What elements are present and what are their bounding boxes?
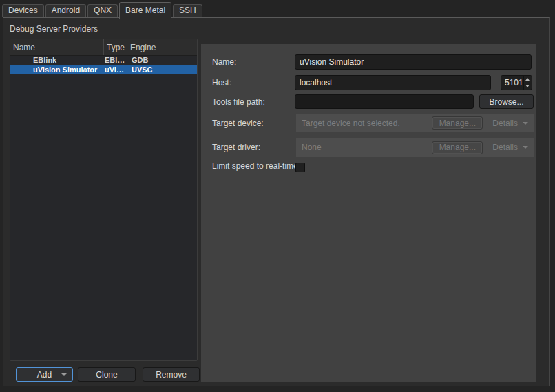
device-tabbar: Devices Android QNX Bare Metal SSH — [2, 1, 204, 18]
tab-devices[interactable]: Devices — [2, 4, 44, 17]
target-driver-label: Target driver: — [212, 143, 260, 152]
target-driver-value: None — [302, 143, 432, 152]
column-header-engine[interactable]: Engine — [127, 39, 197, 55]
name-label: Name: — [212, 57, 236, 67]
tools-file-path-label: Tools file path: — [212, 97, 265, 107]
provider-actions: Add Clone Remove — [16, 367, 200, 382]
tab-qnx[interactable]: QNX — [87, 4, 118, 17]
limit-speed-label: Limit speed to real-time: — [212, 161, 300, 171]
port-spinner[interactable]: 5101 — [501, 75, 532, 90]
cell-name: EBlink — [10, 56, 105, 65]
column-header-type[interactable]: Type — [104, 39, 127, 55]
tab-label: SSH — [179, 6, 196, 15]
manage-driver-button[interactable]: Manage... — [432, 141, 483, 154]
cell-engine: UVSC — [129, 65, 197, 75]
add-button[interactable]: Add — [16, 367, 73, 382]
table-row-eblink[interactable]: EBlink EBl… GDB — [10, 56, 197, 65]
tab-label: Bare Metal — [125, 6, 165, 15]
clone-button[interactable]: Clone — [78, 367, 136, 382]
details-label: Details — [492, 118, 518, 128]
target-device-value: Target device not selected. — [302, 118, 432, 128]
spin-down-button[interactable] — [524, 83, 532, 90]
providers-table: Name Type Engine EBlink EBl… GDB uVision… — [10, 39, 198, 361]
target-driver-group: None Manage... Details — [296, 138, 534, 157]
spin-up-icon — [525, 78, 530, 81]
tab-label: Android — [52, 6, 80, 15]
details-label: Details — [492, 143, 518, 152]
device-details-button[interactable]: Details — [492, 118, 528, 128]
chevron-down-icon — [523, 122, 528, 125]
tab-ssh[interactable]: SSH — [173, 4, 202, 17]
target-device-group: Target device not selected. Manage... De… — [296, 114, 534, 132]
device-options-window: Devices Android QNX Bare Metal SSH Debug… — [0, 0, 555, 392]
name-input[interactable] — [295, 54, 532, 70]
column-header-name[interactable]: Name — [10, 39, 104, 55]
page-title: Debug Server Providers — [10, 24, 98, 34]
provider-details-panel: Name: Host: 5101 Tools file path: Browse… — [201, 44, 536, 382]
tab-android[interactable]: Android — [45, 4, 86, 17]
spin-down-icon — [525, 85, 530, 87]
host-input[interactable] — [295, 75, 491, 90]
tab-bare-metal[interactable]: Bare Metal — [119, 2, 171, 19]
remove-button[interactable]: Remove — [143, 367, 200, 382]
arrow-down-icon — [61, 373, 67, 376]
providers-table-header: Name Type Engine — [10, 39, 197, 56]
cell-name: uVision Simulator — [10, 65, 105, 75]
tools-file-path-input[interactable] — [295, 94, 474, 109]
add-button-label: Add — [37, 370, 52, 380]
host-label: Host: — [212, 78, 231, 87]
cell-type: EBl… — [105, 56, 129, 65]
tab-label: Devices — [8, 6, 38, 15]
cell-engine: GDB — [129, 56, 197, 65]
target-device-label: Target device: — [212, 118, 264, 128]
limit-speed-checkbox[interactable] — [295, 163, 305, 172]
port-value: 5101 — [501, 76, 523, 90]
driver-details-button[interactable]: Details — [492, 143, 528, 152]
spinner-buttons — [523, 76, 532, 90]
bare-metal-pane: Debug Server Providers Name Type Engine … — [3, 17, 550, 386]
cell-type: uVi… — [105, 65, 129, 75]
browse-button[interactable]: Browse... — [479, 94, 534, 109]
tab-label: QNX — [94, 6, 112, 15]
spin-up-button[interactable] — [524, 76, 532, 83]
table-row-uvision-simulator[interactable]: uVision Simulator uVi… UVSC — [10, 65, 197, 75]
manage-device-button[interactable]: Manage... — [432, 116, 483, 130]
chevron-down-icon — [523, 146, 528, 149]
